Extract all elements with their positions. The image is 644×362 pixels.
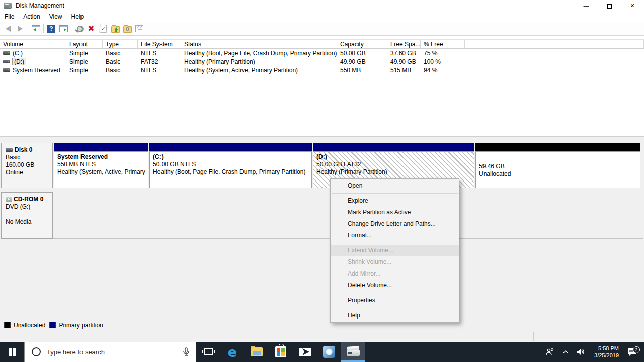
legend-item: Primary partition xyxy=(49,322,103,329)
menu-item-help[interactable]: Help xyxy=(331,310,459,321)
check-icon xyxy=(100,25,107,33)
explore-button[interactable] xyxy=(121,23,133,35)
partition-title: (C:) xyxy=(153,153,311,161)
layout-cell: Simple xyxy=(66,67,103,74)
menu-item-change-drive-letter-and-paths[interactable]: Change Drive Letter and Paths... xyxy=(331,218,459,230)
col-pct-free[interactable]: % Free xyxy=(421,40,465,48)
forward-button[interactable] xyxy=(14,23,26,35)
restore-button[interactable] xyxy=(598,0,621,11)
windows-logo-icon xyxy=(9,348,16,356)
col-layout[interactable]: Layout xyxy=(66,40,103,48)
mark-active-button[interactable] xyxy=(97,23,109,35)
status-cell: Healthy (Primary Partition) xyxy=(181,58,337,65)
partition-status: Healthy (Boot, Page File, Crash Dump, Pr… xyxy=(153,168,311,176)
partition-c[interactable]: (C:)50.00 GB NTFSHealthy (Boot, Page Fil… xyxy=(149,143,312,188)
taskbar-clock[interactable]: 5:58 PM 3/25/2019 xyxy=(590,345,623,359)
disk0-label[interactable]: Disk 0 Basic 160.00 GB Online xyxy=(1,143,53,188)
volume-table-header: Volume Layout Type File System Status Ca… xyxy=(0,39,644,49)
search-placeholder: Type here to search xyxy=(47,348,183,356)
help-button[interactable]: ? xyxy=(45,23,57,35)
partition-body[interactable]: 59.46 GBUnallocated xyxy=(475,151,640,188)
volume-row[interactable]: (D:)SimpleBasicFAT32Healthy (Primary Par… xyxy=(0,57,644,66)
action-center-button[interactable]: 2 xyxy=(624,347,642,356)
partition-unallocated[interactable]: 59.46 GBUnallocated xyxy=(475,143,640,188)
col-free-space[interactable]: Free Spa... xyxy=(387,40,421,48)
menu-item-properties[interactable]: Properties xyxy=(331,295,459,306)
window-title: Disk Management xyxy=(16,2,64,9)
menu-view[interactable]: View xyxy=(45,12,67,22)
partition-body[interactable]: System Reserved550 MB NTFSHealthy (Syste… xyxy=(54,151,148,188)
taskbar-app-edge[interactable]: e xyxy=(220,342,245,362)
menu-item-mark-partition-as-active[interactable]: Mark Partition as Active xyxy=(331,207,459,218)
system-tray: 5:58 PM 3/25/2019 2 xyxy=(542,342,644,362)
viewer-icon xyxy=(75,25,83,33)
volume-row[interactable]: System ReservedSimpleBasicNTFSHealthy (S… xyxy=(0,66,644,74)
partition-title: System Reserved xyxy=(57,153,148,161)
app-icon xyxy=(4,3,12,9)
volume-row[interactable]: (C:)SimpleBasicNTFSHealthy (Boot, Page F… xyxy=(0,49,644,57)
menu-item-open[interactable]: Open xyxy=(331,180,459,192)
people-button[interactable] xyxy=(542,342,558,362)
hidden-icons-button[interactable] xyxy=(559,342,572,362)
free-space-cell: 515 MB xyxy=(387,67,421,74)
toolbar-separator xyxy=(43,24,44,33)
layout-cell: Simple xyxy=(66,58,103,65)
legend-swatch xyxy=(4,322,11,328)
col-type[interactable]: Type xyxy=(103,40,138,48)
back-button[interactable] xyxy=(2,23,14,35)
taskbar-app-store[interactable] xyxy=(269,342,293,362)
file-explorer-icon xyxy=(251,347,263,356)
back-icon xyxy=(6,26,11,32)
menu-file[interactable]: File xyxy=(0,12,19,22)
col-file-system[interactable]: File System xyxy=(138,40,181,48)
legend-label: Unallocated xyxy=(14,322,45,329)
close-button[interactable]: ✕ xyxy=(621,0,644,11)
taskbar-app-task-view[interactable] xyxy=(196,342,220,362)
col-status[interactable]: Status xyxy=(181,40,337,48)
minimize-button[interactable]: — xyxy=(575,0,598,11)
taskbar-app-mail[interactable] xyxy=(293,342,317,362)
microphone-icon[interactable] xyxy=(183,347,190,356)
delete-volume-button[interactable]: ✖ xyxy=(85,23,97,35)
menu-action[interactable]: Action xyxy=(19,12,44,22)
search-box[interactable]: Type here to search xyxy=(24,342,196,362)
file-system-cell: NTFS xyxy=(138,67,181,74)
taskbar-app-disk-management[interactable] xyxy=(341,342,365,362)
volume-button[interactable] xyxy=(573,342,589,362)
volume-label: (C:) xyxy=(13,50,23,57)
pct-free-cell: 75 % xyxy=(421,50,465,57)
col-capacity[interactable]: Capacity xyxy=(337,40,387,48)
delete-icon: ✖ xyxy=(88,25,94,33)
start-button[interactable] xyxy=(0,342,24,362)
col-volume[interactable]: Volume xyxy=(0,40,66,48)
menu-help[interactable]: Help xyxy=(67,12,89,22)
folder-search-icon xyxy=(123,26,132,33)
disk0-type: Basic xyxy=(6,154,52,161)
viewer-button[interactable] xyxy=(73,23,85,35)
free-space-cell: 49.90 GB xyxy=(387,58,421,65)
volume-name-cell[interactable]: (C:) xyxy=(0,50,66,57)
menu-item-format[interactable]: Format... xyxy=(331,230,459,241)
volume-icon xyxy=(3,68,10,72)
volume-name-cell[interactable]: System Reserved xyxy=(0,67,66,74)
partition-color-strip xyxy=(54,143,148,151)
cdrom-label[interactable]: CD-ROM 0 DVD (G:) No Media xyxy=(1,192,53,239)
open-button[interactable] xyxy=(109,23,121,35)
menu-item-explore[interactable]: Explore xyxy=(331,195,459,207)
partition-body[interactable]: (C:)50.00 GB NTFSHealthy (Boot, Page Fil… xyxy=(149,151,312,188)
screen: Disk Management — ✕ File Action View Hel… xyxy=(0,0,644,362)
menu-item-delete-volume[interactable]: Delete Volume... xyxy=(331,280,459,291)
help-icon: ? xyxy=(47,25,55,33)
taskbar-app-disk-utility[interactable] xyxy=(317,342,341,362)
show-action-pane-button[interactable] xyxy=(57,23,69,35)
free-space-cell: 37.60 GB xyxy=(387,50,421,57)
volume-name-cell[interactable]: (D:) xyxy=(0,58,66,65)
partition-systemreserved[interactable]: System Reserved550 MB NTFSHealthy (Syste… xyxy=(54,143,148,188)
properties-button[interactable] xyxy=(133,23,145,35)
taskbar-app-file-explorer[interactable] xyxy=(245,342,269,362)
show-console-tree-button[interactable] xyxy=(30,23,42,35)
console-tree-icon xyxy=(32,25,40,32)
properties-icon xyxy=(135,25,143,32)
layout-cell: Simple xyxy=(66,50,103,57)
toolbar-separator xyxy=(71,24,71,33)
